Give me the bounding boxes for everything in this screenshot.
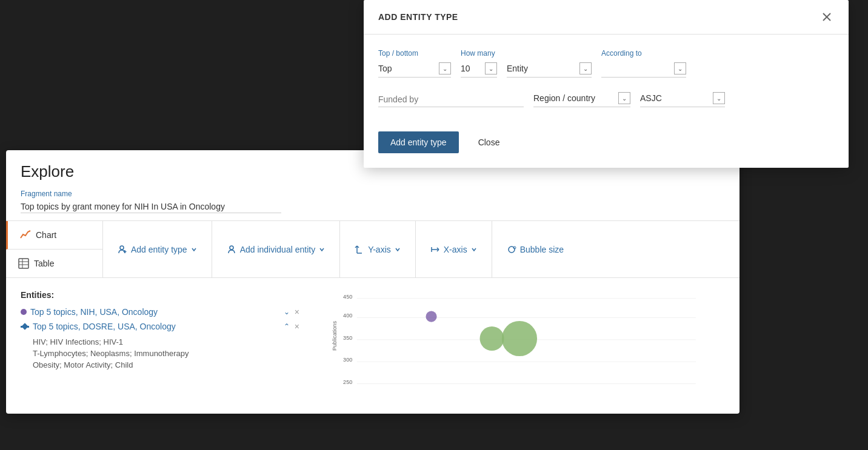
svg-point-4 [120, 246, 124, 250]
view-tabs: Chart Table [6, 221, 103, 277]
sub-item-3: Obesity; Motor Activity; Child [33, 359, 299, 371]
sub-item-1: HIV; HIV Infections; HIV-1 [33, 336, 299, 348]
according-to-group: According to ⌄ [601, 49, 686, 78]
person-icon [227, 245, 236, 254]
y-axis-text: Publications [332, 321, 338, 351]
bubble-size-label: Bubble size [520, 245, 564, 254]
entity-2-sub-items: HIV; HIV Infections; HIV-1 T-Lymphocytes… [21, 336, 299, 371]
modal-title: ADD ENTITY TYPE [378, 12, 458, 22]
entities-title: Entities: [21, 290, 299, 300]
add-individual-chevron [319, 247, 325, 253]
y-axis-label: Y-axis [368, 245, 391, 254]
form-row-1: Top / bottom Top ⌄ How many 10 ⌄ Entity [378, 49, 834, 78]
how-many-select[interactable]: 10 ⌄ [461, 60, 497, 78]
entity-2-label[interactable]: Top 5 topics, DOSRE, USA, Oncology [21, 322, 176, 331]
table-icon [18, 258, 29, 269]
entity-group: Entity ⌄ [507, 58, 592, 78]
add-individual-entity-btn[interactable]: Add individual entity [212, 221, 341, 277]
form-row-2: Region / country ⌄ ASJC ⌄ [378, 90, 834, 107]
y-tick-450: 450 [343, 294, 352, 300]
entity-row: Top 5 topics, NIH, USA, Oncology ⌄ × [21, 307, 299, 317]
top-bottom-value: Top [378, 64, 436, 73]
x-axis-chevron [471, 247, 477, 253]
y-tick-250: 250 [343, 379, 352, 385]
entity-2-text: Top 5 topics, DOSRE, USA, Oncology [33, 322, 176, 331]
according-to-select[interactable]: ⌄ [601, 60, 686, 78]
add-entity-type-label: Add entity type [131, 245, 187, 254]
asjc-value: ASJC [640, 93, 710, 103]
y-axis-btn[interactable]: Y-axis [340, 221, 416, 277]
top-bottom-select[interactable]: Top ⌄ [378, 60, 451, 78]
chart-area: Entities: Top 5 topics, NIH, USA, Oncolo… [6, 278, 739, 414]
svg-point-7 [230, 246, 233, 250]
entity-2-actions: ⌃ × [284, 322, 299, 331]
y-tick-350: 350 [343, 335, 352, 341]
add-entity-type-btn[interactable]: Add entity type [103, 221, 212, 277]
y-axis-icon [355, 245, 364, 254]
region-country-group: Region / country ⌄ [533, 90, 630, 107]
bubble-chart-container: 450 400 350 300 250 Publications [299, 290, 739, 414]
funded-by-input[interactable] [378, 92, 524, 107]
modal-close-button[interactable] [820, 10, 834, 24]
y-tick-300: 300 [343, 357, 352, 363]
region-country-select[interactable]: Region / country ⌄ [533, 90, 630, 107]
region-country-value: Region / country [533, 93, 616, 103]
entity-1-expand[interactable]: ⌄ [284, 308, 290, 316]
asjc-group: ASJC ⌄ [640, 90, 725, 107]
fragment-label: Fragment name [21, 190, 725, 198]
add-entity-type-chevron [191, 247, 197, 253]
entity-1-label[interactable]: Top 5 topics, NIH, USA, Oncology [21, 307, 158, 317]
toolbar: Chart Table [6, 220, 739, 278]
how-many-value: 10 [461, 64, 482, 73]
close-modal-btn[interactable]: Close [469, 131, 510, 153]
top-bottom-chevron-icon: ⌄ [439, 62, 451, 74]
bubble-3[interactable] [502, 321, 537, 356]
according-to-label: According to [601, 49, 686, 58]
add-entity-type-submit-btn[interactable]: Add entity type [378, 131, 459, 153]
add-individual-entity-label: Add individual entity [240, 245, 316, 254]
bubble-size-btn[interactable]: Bubble size [492, 221, 578, 277]
fragment-name-input[interactable] [21, 200, 281, 213]
x-axis-label: X-axis [444, 245, 467, 254]
add-entity-type-modal: ADD ENTITY TYPE Top / bottom Top ⌄ How m… [364, 0, 849, 168]
entity-chevron-icon: ⌄ [579, 62, 592, 74]
top-bottom-group: Top / bottom Top ⌄ [378, 49, 451, 78]
entity-2-close[interactable]: × [295, 322, 299, 331]
entity-2-row: Top 5 topics, DOSRE, USA, Oncology ⌃ × [21, 322, 299, 331]
entity-1-close[interactable]: × [295, 307, 299, 317]
explore-panel: Explore Fragment name Chart [6, 150, 739, 414]
bubble-1[interactable] [426, 311, 436, 322]
how-many-label: How many [461, 49, 497, 58]
entity-2-expand[interactable]: ⌃ [284, 322, 290, 331]
top-bottom-label: Top / bottom [378, 49, 451, 58]
entity-1-dot [21, 309, 27, 315]
table-tab-label: Table [34, 259, 54, 268]
tab-chart[interactable]: Chart [6, 221, 102, 250]
asjc-select[interactable]: ASJC ⌄ [640, 90, 725, 107]
bubble-2[interactable] [480, 326, 504, 351]
person-add-icon [118, 245, 127, 254]
sub-item-2: T-Lymphocytes; Neoplasms; Immunotherapy [33, 348, 299, 359]
bubble-chart-svg: 450 400 350 300 250 Publications [299, 290, 739, 411]
toolbar-actions: Add entity type Add individual entity [103, 221, 739, 277]
modal-header: ADD ENTITY TYPE [364, 0, 849, 35]
asjc-chevron-icon: ⌄ [713, 92, 725, 104]
entity-value: Entity [507, 64, 577, 73]
according-to-chevron-icon: ⌄ [674, 62, 686, 74]
x-axis-btn[interactable]: X-axis [416, 221, 492, 277]
close-icon [822, 12, 832, 22]
modal-body: Top / bottom Top ⌄ How many 10 ⌄ Entity [364, 35, 849, 131]
region-country-chevron-icon: ⌄ [618, 92, 630, 104]
entities-panel: Entities: Top 5 topics, NIH, USA, Oncolo… [21, 290, 299, 414]
modal-footer: Add entity type Close [364, 131, 849, 168]
entity-select[interactable]: Entity ⌄ [507, 60, 592, 78]
svg-rect-0 [19, 259, 28, 268]
bubble-size-icon [507, 245, 516, 254]
how-many-chevron-icon: ⌄ [485, 62, 497, 74]
x-axis-icon [430, 245, 440, 254]
tab-table[interactable]: Table [6, 250, 102, 277]
how-many-group: How many 10 ⌄ [461, 49, 497, 78]
entity-1-actions: ⌄ × [284, 307, 299, 317]
y-tick-400: 400 [343, 313, 352, 319]
y-axis-chevron [395, 247, 401, 253]
